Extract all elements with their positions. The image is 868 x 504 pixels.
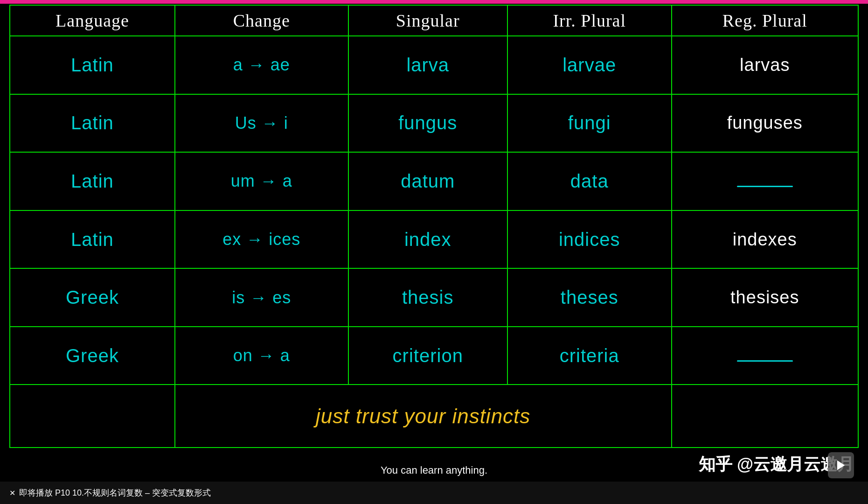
- cell-reg-plural: larvas: [672, 36, 858, 94]
- cell-change: um → a: [175, 152, 348, 210]
- cell-reg-plural: [672, 327, 858, 385]
- cell-reg-plural: funguses: [672, 94, 858, 153]
- close-next-video-button[interactable]: ✕: [9, 489, 15, 497]
- play-next-button[interactable]: [828, 452, 854, 478]
- table-row: Latinex → icesindexindicesindexes: [10, 210, 858, 269]
- next-video-label: ✕ 即将播放 P10 10.不规则名词复数 – 突变式复数形式: [9, 487, 211, 498]
- top-bar: [0, 0, 868, 4]
- next-video-text: 即将播放 P10 10.不规则名词复数 – 突变式复数形式: [19, 487, 211, 498]
- cell-irr-plural: larvae: [507, 36, 672, 94]
- table-row: Greekis → esthesisthesesthesises: [10, 268, 858, 327]
- table-row: LatinUs → ifungusfungifunguses: [10, 94, 858, 153]
- dash-indicator: [737, 360, 793, 362]
- cell-irr-plural: criteria: [507, 327, 672, 385]
- cell-singular: index: [348, 210, 507, 269]
- header-language: Language: [10, 5, 175, 36]
- cell-singular: larva: [348, 36, 507, 94]
- dash-indicator: [737, 186, 793, 187]
- header-irr-plural: Irr. Plural: [507, 5, 672, 36]
- table-row: Latina → aelarvalarvaelarvas: [10, 36, 858, 94]
- cell-language: Greek: [10, 327, 175, 385]
- table-row: Greekon → acriterioncriteria: [10, 327, 858, 385]
- cell-singular: criterion: [348, 327, 507, 385]
- cell-singular: datum: [348, 152, 507, 210]
- cell-irr-plural: indices: [507, 210, 672, 269]
- cell-language: Latin: [10, 210, 175, 269]
- cell-change: Us → i: [175, 94, 348, 153]
- svg-marker-0: [837, 461, 845, 470]
- bottom-empty-2: [672, 385, 858, 448]
- bottom-empty-1: [10, 385, 175, 448]
- cell-reg-plural: [672, 152, 858, 210]
- cell-singular: fungus: [348, 94, 507, 153]
- table-area: Language Change Singular Irr. Plural Reg…: [9, 5, 859, 448]
- cell-language: Latin: [10, 152, 175, 210]
- bottom-bar: ✕ 即将播放 P10 10.不规则名词复数 – 突变式复数形式: [0, 482, 868, 504]
- play-icon: [834, 459, 847, 472]
- cell-singular: thesis: [348, 268, 507, 327]
- video-container: Language Change Singular Irr. Plural Reg…: [0, 0, 868, 504]
- cell-change: a → ae: [175, 36, 348, 94]
- table-row: Latinum → adatumdata: [10, 152, 858, 210]
- bottom-text-row: just trust your instincts: [10, 385, 858, 448]
- cell-irr-plural: theses: [507, 268, 672, 327]
- cell-reg-plural: indexes: [672, 210, 858, 269]
- cell-change: on → a: [175, 327, 348, 385]
- header-singular: Singular: [348, 5, 507, 36]
- header-change: Change: [175, 5, 348, 36]
- cell-language: Latin: [10, 36, 175, 94]
- main-table: Language Change Singular Irr. Plural Reg…: [9, 5, 859, 448]
- cell-language: Greek: [10, 268, 175, 327]
- cell-irr-plural: fungi: [507, 94, 672, 153]
- cell-change: is → es: [175, 268, 348, 327]
- caption: You can learn anything.: [373, 462, 495, 478]
- cell-change: ex → ices: [175, 210, 348, 269]
- bottom-instincts-text: just trust your instincts: [175, 385, 672, 448]
- table-header-row: Language Change Singular Irr. Plural Reg…: [10, 5, 858, 36]
- cell-irr-plural: data: [507, 152, 672, 210]
- cell-language: Latin: [10, 94, 175, 153]
- header-reg-plural: Reg. Plural: [672, 5, 858, 36]
- cell-reg-plural: thesises: [672, 268, 858, 327]
